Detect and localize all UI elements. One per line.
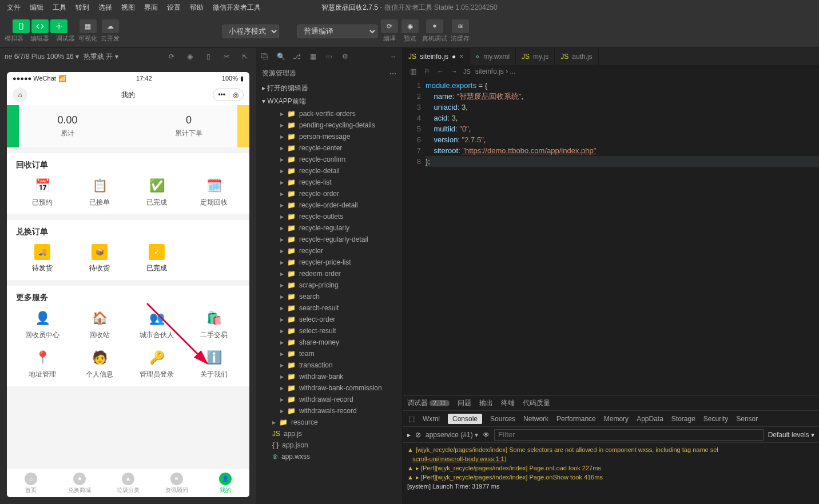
subtab-memory[interactable]: Memory	[604, 415, 629, 423]
record-icon[interactable]: ◉	[183, 50, 197, 63]
order-done[interactable]: ✅已完成	[130, 177, 183, 207]
folder-recycle-center[interactable]: ▸📁recycle-center	[256, 142, 402, 154]
subtab-sources[interactable]: Sources	[490, 415, 515, 423]
folder-redeem-order[interactable]: ▸📁redeem-order	[256, 268, 402, 279]
bp-tab-quality[interactable]: 代码质量	[523, 398, 550, 408]
tab-mine[interactable]: 👤我的	[201, 469, 249, 497]
subtab-network[interactable]: Network	[523, 415, 548, 423]
subtab-storage[interactable]: Storage	[671, 415, 695, 423]
menu-view[interactable]: 视图	[117, 1, 140, 15]
folder-recycle-list[interactable]: ▸📁recycle-list	[256, 177, 402, 188]
svc-secondhand[interactable]: 🛍️二手交易	[188, 310, 240, 340]
folder-withdrawal-record[interactable]: ▸📁withdrawal-record	[256, 394, 402, 405]
realdev-button[interactable]: ✶	[426, 19, 443, 33]
tab-info[interactable]: ≡资讯顾问	[152, 469, 201, 497]
mode-select[interactable]: 小程序模式	[222, 25, 279, 38]
more-icon[interactable]: ↔	[388, 51, 399, 62]
inspect-icon[interactable]: ⬚	[408, 415, 415, 423]
home-icon[interactable]: ⌂	[13, 87, 27, 102]
project-header[interactable]: ▾ WXAPP前端	[256, 95, 402, 108]
branch-icon[interactable]: ⎇	[292, 51, 302, 62]
order-booked[interactable]: 📅已预约	[16, 177, 69, 207]
code-editor[interactable]: 12345678 module.exports = { name: "智慧废品回…	[403, 78, 819, 395]
menu-file[interactable]: 文件	[2, 1, 25, 15]
subtab-security[interactable]: Security	[703, 415, 728, 423]
menu-interface[interactable]: 界面	[140, 1, 162, 15]
tab-sort[interactable]: ▲垃圾分类	[104, 469, 153, 497]
capsule-button[interactable]: •••◎	[213, 89, 244, 101]
cloud-button[interactable]: ☁	[102, 19, 119, 33]
popout-icon[interactable]: ⇱	[238, 50, 252, 63]
console-toggle-icon[interactable]: ▸	[407, 431, 411, 439]
compile-select[interactable]: 普通编译	[297, 25, 377, 38]
subtab-sensor[interactable]: Sensor	[736, 415, 758, 423]
files-icon[interactable]: ⿻	[260, 51, 270, 62]
folder-scrap-pricing[interactable]: ▸📁scrap-pricing	[256, 279, 402, 291]
console-clear-icon[interactable]: ⊘	[415, 431, 421, 439]
folder-pending-recycling-details[interactable]: ▸📁pending-recycling-details	[256, 119, 402, 131]
subtab-appdata[interactable]: AppData	[637, 415, 663, 423]
subtab-console[interactable]: Console	[448, 414, 482, 424]
file-app-json[interactable]: { }app.json	[256, 439, 402, 451]
search-icon[interactable]: 🔍	[276, 51, 286, 62]
hotreload-select[interactable]: 热重载 开 ▾	[84, 52, 118, 62]
folder-person-message[interactable]: ▸📁person-message	[256, 131, 402, 142]
menu-help[interactable]: 帮助	[185, 1, 208, 15]
tab-my-js[interactable]: JSmy.js	[516, 48, 555, 65]
forward-icon[interactable]: →	[450, 67, 459, 76]
cut-icon[interactable]: ✂	[220, 50, 233, 63]
filter-input[interactable]	[494, 429, 764, 441]
tab-mall[interactable]: ★兑换商城	[55, 469, 104, 497]
folder-select-order[interactable]: ▸📁select-order	[256, 314, 402, 325]
folder-withdraw-bank[interactable]: ▸📁withdraw-bank	[256, 371, 402, 382]
exchange-toship[interactable]: 🚚待发货	[16, 244, 69, 273]
menu-wechat-dev[interactable]: 微信开发者工具	[208, 1, 265, 15]
bp-tab-debugger[interactable]: 调试器 2, 11	[407, 398, 450, 408]
svc-recycler-center[interactable]: 👤回收员中心	[16, 310, 69, 340]
debugger-button[interactable]	[50, 19, 67, 33]
clearcache-button[interactable]: ≋	[452, 19, 469, 33]
preview-button[interactable]: ◉	[401, 19, 419, 33]
svc-recycle-station[interactable]: 🏠回收站	[73, 310, 126, 340]
tab-siteinfo-js[interactable]: JSsiteinfo.js●×	[403, 48, 470, 65]
folder-recycle-outlets[interactable]: ▸📁recycle-outlets	[256, 211, 402, 222]
gear-icon[interactable]: ⚙	[340, 51, 350, 62]
folder-withdraw-bank-commission[interactable]: ▸📁withdraw-bank-commission	[256, 382, 402, 394]
exchange-toreceive[interactable]: 📦待收货	[73, 244, 126, 273]
file-app-js[interactable]: JSapp.js	[256, 428, 402, 439]
menu-select[interactable]: 选择	[94, 1, 117, 15]
back-icon[interactable]: ←	[436, 67, 445, 76]
levels-select[interactable]: Default levels ▾	[768, 431, 814, 439]
folder-icon[interactable]: ▭	[324, 51, 334, 62]
ext-icon[interactable]: ▦	[308, 51, 318, 62]
order-accepted[interactable]: 📋已接单	[73, 177, 126, 207]
folder-resource[interactable]: ▸📁resource	[256, 417, 402, 428]
svc-partner[interactable]: 👥城市合伙人	[130, 310, 183, 340]
folder-recycler[interactable]: ▸📁recycler	[256, 245, 402, 257]
folder-transaction[interactable]: ▸📁transaction	[256, 359, 402, 371]
explorer-more-icon[interactable]: ⋯	[389, 70, 396, 78]
context-select[interactable]: appservice (#1) ▾	[426, 431, 478, 439]
folder-recycle-confirm[interactable]: ▸📁recycle-confirm	[256, 154, 402, 165]
tab-my-wxml[interactable]: ⋄my.wxml	[470, 48, 516, 65]
folder-select-result[interactable]: ▸📁select-result	[256, 325, 402, 337]
split-icon[interactable]: ▥	[408, 67, 418, 76]
svc-profile[interactable]: 🧑个人信息	[73, 349, 126, 379]
exchange-done[interactable]: ✓已完成	[130, 244, 183, 273]
bp-tab-terminal[interactable]: 终端	[501, 398, 515, 408]
open-editors-header[interactable]: ▸ 打开的编辑器	[256, 82, 402, 95]
bookmark-icon[interactable]: ⚐	[422, 67, 431, 76]
file-app-wxss[interactable]: ⊗app.wxss	[256, 451, 402, 462]
folder-recycle-order[interactable]: ▸📁recycle-order	[256, 188, 402, 199]
folder-search[interactable]: ▸📁search	[256, 291, 402, 302]
editor-button[interactable]	[31, 19, 49, 33]
bp-tab-output[interactable]: 输出	[479, 398, 493, 408]
compile-button[interactable]: ⟳	[381, 19, 398, 33]
visualize-button[interactable]: ▦	[79, 19, 97, 33]
device-select[interactable]: ne 6/7/8 Plus 100% 16 ▾	[5, 53, 79, 61]
folder-share-money[interactable]: ▸📁share-money	[256, 337, 402, 348]
eye-icon[interactable]: 👁	[483, 431, 490, 439]
menu-goto[interactable]: 转到	[71, 1, 94, 15]
folder-team[interactable]: ▸📁team	[256, 348, 402, 359]
menu-settings[interactable]: 设置	[162, 1, 185, 15]
